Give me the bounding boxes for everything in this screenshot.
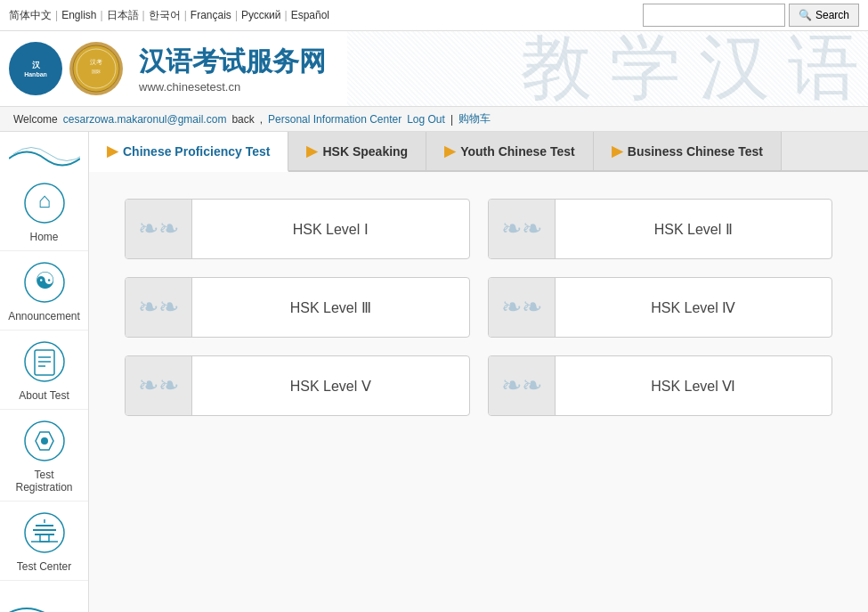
cart-link[interactable]: 购物车 <box>458 111 491 126</box>
search-bar: 🔍 Search <box>643 4 859 27</box>
hsk-level-1-label: HSK Level Ⅰ <box>192 221 469 238</box>
tab-youth-chinese[interactable]: ▶ Youth Chinese Test <box>426 132 594 170</box>
language-bar: 简体中文 | English | 日本語 | 한국어 | Français | … <box>9 8 329 23</box>
header-logo: 汉 Hanban 汉考 国际 汉语考试服务网 www.chinesetest.c… <box>0 31 868 107</box>
tab-arrow-hsk-speaking: ▶ <box>306 143 317 159</box>
about-test-icon <box>20 338 69 386</box>
tabs: ▶ Chinese Proficiency Test ▶ HSK Speakin… <box>89 132 868 172</box>
sidebar-test-center-label: Test Center <box>17 560 71 573</box>
svg-text:⌂: ⌂ <box>37 188 51 212</box>
sidebar-bottom-wave <box>9 604 80 612</box>
tab-chinese-proficiency[interactable]: ▶ Chinese Proficiency Test <box>89 132 288 172</box>
hsk-level-4-label: HSK Level Ⅳ <box>556 299 832 316</box>
home-icon: ⌂ <box>20 179 69 227</box>
hsk-level-4-icon: ❧❧ <box>489 278 556 337</box>
tab-arrow-business-chinese: ▶ <box>612 143 622 159</box>
sidebar-home-label: Home <box>29 231 58 243</box>
logos: 汉 Hanban 汉考 国际 汉语考试服务网 www.chinesetest.c… <box>9 42 326 95</box>
sidebar: ⌂ Home ☯ Announcement <box>0 132 89 612</box>
content-area: ▶ Chinese Proficiency Test ▶ HSK Speakin… <box>89 132 868 612</box>
hsk-level-5-icon: ❧❧ <box>126 356 192 415</box>
sidebar-item-about-test[interactable]: About Test <box>0 330 88 410</box>
hsk-level-1-card[interactable]: ❧❧ HSK Level Ⅰ <box>125 199 470 259</box>
main-layout: ⌂ Home ☯ Announcement <box>0 132 868 612</box>
lang-fr[interactable]: Français <box>191 9 231 21</box>
sidebar-item-home[interactable]: ⌂ Home <box>0 172 88 251</box>
site-title: 汉语考试服务网 www.chinesetest.cn <box>139 44 326 94</box>
svg-text:汉考: 汉考 <box>90 59 102 65</box>
logout-link[interactable]: Log Out <box>407 113 445 126</box>
sidebar-top-decor <box>9 141 80 167</box>
logo-background <box>347 31 868 106</box>
hsk-grid: ❧❧ HSK Level Ⅰ ❧❧ HSK Level Ⅱ ❧❧ HSK Lev… <box>89 172 868 443</box>
tab-arrow-chinese-proficiency: ▶ <box>107 143 118 159</box>
hsk-level-2-label: HSK Level Ⅱ <box>556 221 832 238</box>
sidebar-about-test-label: About Test <box>19 389 69 402</box>
hsk-level-5-card[interactable]: ❧❧ HSK Level Ⅴ <box>125 355 470 416</box>
citest-logo: 汉考 国际 <box>69 42 123 95</box>
lang-kr[interactable]: 한국어 <box>149 8 181 23</box>
search-button[interactable]: 🔍 Search <box>789 4 859 27</box>
sidebar-item-test-center[interactable]: Test Center <box>0 502 88 581</box>
welcome-text: Welcome <box>13 113 58 126</box>
test-center-icon <box>20 509 69 557</box>
hsk-level-3-label: HSK Level Ⅲ <box>192 299 469 316</box>
hsk-level-2-card[interactable]: ❧❧ HSK Level Ⅱ <box>488 199 833 259</box>
user-email[interactable]: cesarzowa.makaronul@gmail.com <box>63 113 227 126</box>
search-icon: 🔍 <box>799 9 812 21</box>
hsk-level-3-icon: ❧❧ <box>126 278 192 337</box>
svg-text:国际: 国际 <box>92 69 101 74</box>
hsk-level-6-label: HSK Level Ⅵ <box>556 378 832 395</box>
lang-jp[interactable]: 日本語 <box>107 8 139 23</box>
sidebar-announcement-label: Announcement <box>8 310 80 322</box>
lang-es[interactable]: Español <box>291 9 329 21</box>
sidebar-item-announcement[interactable]: ☯ Announcement <box>0 251 88 330</box>
tab-business-chinese[interactable]: ▶ Business Chinese Test <box>594 132 782 170</box>
test-registration-icon <box>20 417 69 465</box>
tab-hsk-speaking[interactable]: ▶ HSK Speaking <box>288 132 426 170</box>
lang-cn[interactable]: 简体中文 <box>9 8 52 23</box>
lang-ru[interactable]: Русский <box>241 9 281 21</box>
svg-point-14 <box>41 437 48 445</box>
svg-point-15 <box>25 513 64 552</box>
announcement-icon: ☯ <box>20 258 69 306</box>
hsk-level-4-card[interactable]: ❧❧ HSK Level Ⅳ <box>488 277 833 338</box>
hsk-level-5-label: HSK Level Ⅴ <box>192 378 469 395</box>
hsk-level-6-icon: ❧❧ <box>489 356 556 415</box>
hanban-logo: 汉 Hanban <box>9 42 62 95</box>
sidebar-item-test-registration[interactable]: Test Registration <box>0 410 88 502</box>
hsk-level-2-icon: ❧❧ <box>489 200 556 258</box>
hsk-level-1-icon: ❧❧ <box>126 200 192 258</box>
lang-en[interactable]: English <box>61 9 96 21</box>
hsk-level-6-card[interactable]: ❧❧ HSK Level Ⅵ <box>488 355 833 416</box>
back-text: back <box>231 113 254 126</box>
personal-info-link[interactable]: Personal Information Center <box>268 113 402 126</box>
svg-rect-20 <box>40 534 49 542</box>
header-top: 简体中文 | English | 日本語 | 한국어 | Français | … <box>0 0 868 31</box>
tab-arrow-youth-chinese: ▶ <box>444 143 455 159</box>
hsk-level-3-card[interactable]: ❧❧ HSK Level Ⅲ <box>125 277 470 338</box>
svg-rect-9 <box>35 350 54 375</box>
search-input[interactable] <box>643 4 785 27</box>
svg-text:☯: ☯ <box>34 267 54 294</box>
sidebar-test-registration-label: Test Registration <box>4 469 84 494</box>
welcome-bar: Welcome cesarzowa.makaronul@gmail.com ba… <box>0 107 868 132</box>
